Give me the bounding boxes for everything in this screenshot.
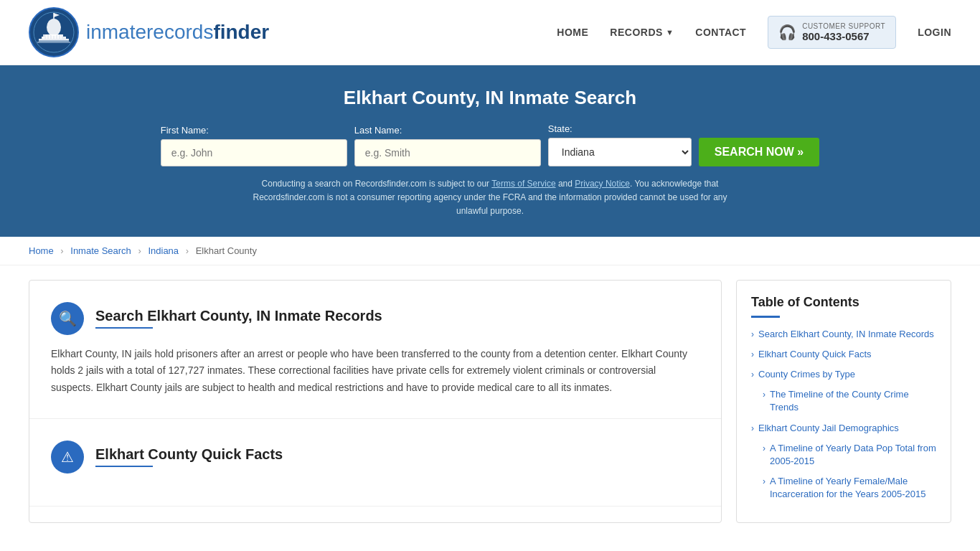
toc-chevron-1: › (751, 329, 754, 339)
toc-chevron-3: › (751, 369, 754, 380)
state-group: State: Indiana (548, 123, 692, 166)
nav-records[interactable]: RECORDS ▼ (610, 27, 674, 38)
toc-item-4[interactable]: › The Timeline of the County Crime Trend… (751, 388, 936, 414)
last-name-label: Last Name: (354, 125, 541, 136)
svg-rect-13 (39, 40, 69, 42)
banner-disclaimer: Conducting a search on Recordsfinder.com… (239, 177, 741, 219)
section-1-underline (95, 327, 153, 329)
toc-link-2[interactable]: Elkhart County Quick Facts (758, 348, 872, 361)
toc-item-7[interactable]: › A Timeline of Yearly Female/Male Incar… (751, 475, 936, 501)
section-quick-facts: ⚠ Elkhart County Quick Facts (29, 419, 721, 507)
last-name-input[interactable] (354, 139, 541, 166)
toc-link-7[interactable]: A Timeline of Yearly Female/Male Incarce… (770, 475, 936, 501)
table-of-contents: Table of Contents › Search Elkhart Count… (736, 280, 951, 524)
breadcrumb: Home › Inmate Search › Indiana › Elkhart… (0, 237, 980, 265)
support-phone: 800-433-0567 (802, 30, 885, 42)
search-button[interactable]: SEARCH NOW » (699, 138, 819, 166)
state-label: State: (548, 123, 692, 134)
toc-divider (751, 316, 780, 318)
toc-item-5[interactable]: › Elkhart County Jail Demographics (751, 422, 936, 435)
privacy-link[interactable]: Privacy Notice (575, 179, 630, 189)
toc-link-3[interactable]: County Crimes by Type (758, 368, 855, 381)
svg-rect-9 (52, 34, 53, 39)
section-search-records: 🔍 Search Elkhart County, IN Inmate Recor… (29, 281, 721, 419)
section-2-header: ⚠ Elkhart County Quick Facts (51, 441, 699, 474)
headset-icon: 🎧 (778, 24, 796, 41)
banner-title: Elkhart County, IN Inmate Search (29, 87, 951, 109)
content-area: 🔍 Search Elkhart County, IN Inmate Recor… (29, 280, 722, 524)
breadcrumb-current: Elkhart County (196, 245, 257, 256)
site-header: inmaterecordsfinder HOME RECORDS ▼ CONTA… (0, 0, 980, 65)
section-1-header: 🔍 Search Elkhart County, IN Inmate Recor… (51, 302, 699, 335)
toc-chevron-6: › (763, 443, 765, 453)
svg-rect-6 (43, 34, 44, 39)
first-name-label: First Name: (161, 125, 347, 136)
toc-item-6[interactable]: › A Timeline of Yearly Data Pop Total fr… (751, 442, 936, 468)
toc-chevron-7: › (763, 476, 765, 486)
section-2-title: Elkhart County Quick Facts (95, 446, 283, 463)
logo-text: inmaterecordsfinder (86, 21, 269, 44)
nav-home[interactable]: HOME (557, 27, 588, 38)
logo-area: inmaterecordsfinder (29, 7, 269, 57)
main-content: 🔍 Search Elkhart County, IN Inmate Recor… (0, 265, 980, 538)
toc-link-5[interactable]: Elkhart County Jail Demographics (758, 422, 899, 435)
svg-rect-12 (60, 34, 62, 39)
toc-chevron-5: › (751, 423, 754, 433)
breadcrumb-sep-1: › (60, 245, 63, 256)
warning-circle-icon: ⚠ (51, 441, 84, 474)
first-name-group: First Name: (161, 125, 347, 166)
svg-rect-14 (37, 42, 70, 43)
section-1-title: Search Elkhart County, IN Inmate Records (95, 308, 382, 324)
section-1-body: Elkhart County, IN jails hold prisoners … (51, 346, 699, 397)
breadcrumb-inmate-search[interactable]: Inmate Search (70, 245, 131, 256)
breadcrumb-indiana[interactable]: Indiana (148, 245, 179, 256)
svg-rect-10 (55, 34, 56, 39)
breadcrumb-home[interactable]: Home (29, 245, 54, 256)
svg-rect-7 (46, 34, 47, 39)
customer-support-box: 🎧 CUSTOMER SUPPORT 800-433-0567 (768, 16, 896, 49)
last-name-group: Last Name: (354, 125, 541, 166)
search-form: First Name: Last Name: State: Indiana SE… (29, 123, 951, 166)
toc-item-3[interactable]: › County Crimes by Type (751, 368, 936, 381)
toc-item-1[interactable]: › Search Elkhart County, IN Inmate Recor… (751, 328, 936, 341)
main-nav: HOME RECORDS ▼ CONTACT 🎧 CUSTOMER SUPPOR… (557, 16, 951, 49)
support-label: CUSTOMER SUPPORT (802, 22, 885, 30)
nav-contact[interactable]: CONTACT (695, 27, 746, 38)
toc-item-2[interactable]: › Elkhart County Quick Facts (751, 348, 936, 361)
tos-link[interactable]: Terms of Service (491, 179, 555, 189)
toc-chevron-2: › (751, 349, 754, 359)
toc-chevron-4: › (763, 390, 765, 400)
search-circle-icon: 🔍 (51, 302, 84, 335)
toc-link-6[interactable]: A Timeline of Yearly Data Pop Total from… (770, 442, 936, 468)
svg-rect-5 (39, 39, 69, 40)
svg-rect-11 (57, 34, 59, 39)
breadcrumb-sep-2: › (138, 245, 141, 256)
toc-link-1[interactable]: Search Elkhart County, IN Inmate Records (758, 328, 934, 341)
first-name-input[interactable] (161, 139, 347, 166)
toc-link-4[interactable]: The Timeline of the County Crime Trends (770, 388, 936, 414)
svg-rect-4 (42, 37, 66, 39)
toc-title: Table of Contents (751, 295, 936, 310)
search-banner: Elkhart County, IN Inmate Search First N… (0, 65, 980, 237)
svg-rect-8 (49, 34, 50, 39)
svg-point-2 (47, 19, 61, 36)
logo-icon (29, 7, 79, 57)
section-2-underline (95, 466, 153, 467)
state-select[interactable]: Indiana (548, 138, 692, 166)
nav-login[interactable]: LOGIN (918, 27, 951, 38)
breadcrumb-sep-3: › (186, 245, 189, 256)
